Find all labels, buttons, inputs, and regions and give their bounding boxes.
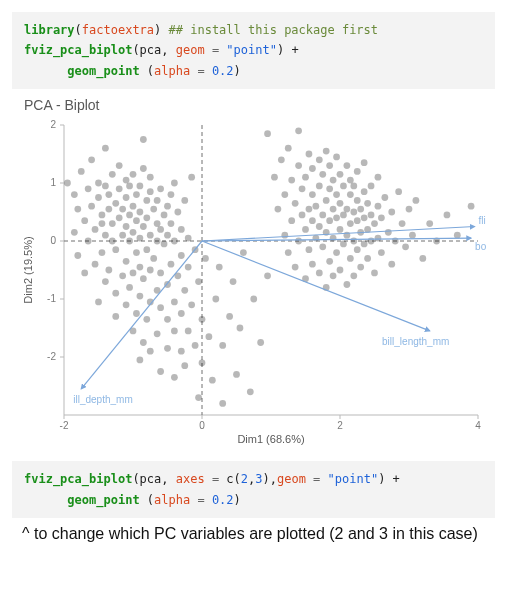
- svg-point-137: [185, 328, 192, 335]
- svg-point-209: [330, 235, 337, 242]
- svg-point-162: [257, 339, 264, 346]
- svg-point-212: [333, 249, 340, 256]
- pca-biplot: -2024-2-1012flipper_length_…body_mass_gb…: [16, 115, 486, 445]
- svg-point-259: [381, 194, 388, 201]
- svg-point-124: [171, 328, 178, 335]
- svg-point-103: [154, 331, 161, 338]
- svg-point-265: [399, 220, 406, 227]
- svg-point-242: [361, 241, 368, 248]
- svg-point-178: [295, 128, 302, 135]
- svg-point-255: [375, 203, 382, 210]
- svg-point-56: [116, 215, 123, 222]
- svg-point-100: [147, 174, 154, 181]
- svg-point-169: [281, 191, 288, 198]
- svg-point-60: [119, 232, 126, 239]
- svg-point-146: [199, 360, 206, 367]
- svg-point-177: [295, 162, 302, 169]
- svg-point-239: [357, 264, 364, 271]
- svg-point-179: [299, 212, 306, 219]
- svg-point-24: [71, 191, 78, 198]
- svg-point-218: [337, 200, 344, 207]
- svg-point-112: [157, 186, 164, 193]
- svg-point-95: [147, 348, 154, 355]
- svg-point-187: [309, 261, 316, 268]
- svg-point-185: [306, 206, 313, 213]
- svg-point-84: [137, 209, 144, 216]
- svg-point-123: [171, 374, 178, 381]
- svg-point-87: [140, 275, 147, 282]
- svg-point-191: [312, 235, 319, 242]
- svg-point-129: [174, 209, 181, 216]
- svg-text:ill_depth_mm: ill_depth_mm: [73, 394, 132, 405]
- svg-point-149: [206, 333, 213, 340]
- svg-point-125: [171, 299, 178, 306]
- svg-point-253: [371, 220, 378, 227]
- svg-point-221: [340, 212, 347, 219]
- svg-point-102: [150, 206, 157, 213]
- svg-point-150: [209, 377, 216, 384]
- svg-point-256: [375, 174, 382, 181]
- svg-point-268: [409, 232, 416, 239]
- svg-point-62: [123, 302, 130, 309]
- svg-point-198: [319, 212, 326, 219]
- svg-point-29: [81, 270, 88, 277]
- svg-point-81: [137, 293, 144, 300]
- svg-point-236: [354, 217, 361, 224]
- svg-point-33: [88, 157, 95, 164]
- svg-point-23: [71, 229, 78, 236]
- svg-point-229: [347, 191, 354, 198]
- svg-text:4: 4: [475, 420, 481, 431]
- svg-point-93: [143, 215, 150, 222]
- svg-point-53: [112, 290, 119, 297]
- svg-point-220: [340, 241, 347, 248]
- svg-point-153: [219, 400, 226, 407]
- svg-point-132: [178, 252, 185, 259]
- svg-point-144: [195, 394, 202, 401]
- svg-point-232: [350, 238, 357, 245]
- svg-line-280: [202, 241, 430, 331]
- svg-text:-1: -1: [47, 293, 56, 304]
- svg-point-90: [140, 136, 147, 143]
- svg-point-67: [126, 284, 133, 291]
- svg-point-76: [133, 310, 140, 317]
- svg-point-119: [164, 203, 171, 210]
- svg-point-139: [185, 235, 192, 242]
- svg-point-77: [133, 249, 140, 256]
- svg-point-213: [333, 215, 340, 222]
- svg-point-49: [109, 238, 116, 245]
- svg-point-202: [323, 197, 330, 204]
- svg-point-206: [326, 186, 333, 193]
- svg-point-273: [444, 212, 451, 219]
- svg-point-31: [85, 186, 92, 193]
- svg-point-39: [99, 249, 106, 256]
- svg-point-173: [288, 177, 295, 184]
- svg-text:-2: -2: [60, 420, 69, 431]
- svg-point-199: [319, 171, 326, 178]
- svg-point-97: [147, 267, 154, 274]
- svg-point-145: [195, 278, 202, 285]
- svg-point-73: [130, 229, 137, 236]
- svg-point-234: [350, 183, 357, 190]
- svg-point-147: [199, 316, 206, 323]
- svg-point-121: [168, 220, 175, 227]
- svg-point-210: [330, 206, 337, 213]
- svg-point-74: [130, 203, 137, 210]
- svg-point-140: [188, 302, 195, 309]
- svg-point-228: [347, 220, 354, 227]
- svg-point-136: [181, 197, 188, 204]
- svg-point-203: [323, 148, 330, 155]
- svg-point-25: [74, 252, 81, 259]
- svg-point-252: [371, 270, 378, 277]
- svg-point-51: [109, 171, 116, 178]
- svg-point-38: [95, 180, 102, 187]
- svg-point-168: [281, 232, 288, 239]
- svg-point-160: [247, 389, 254, 396]
- svg-point-120: [168, 261, 175, 268]
- svg-point-243: [361, 215, 368, 222]
- svg-point-134: [181, 362, 188, 369]
- svg-point-237: [354, 197, 361, 204]
- svg-point-92: [143, 246, 150, 253]
- svg-point-36: [95, 299, 102, 306]
- svg-point-148: [202, 255, 209, 262]
- svg-point-109: [157, 304, 164, 311]
